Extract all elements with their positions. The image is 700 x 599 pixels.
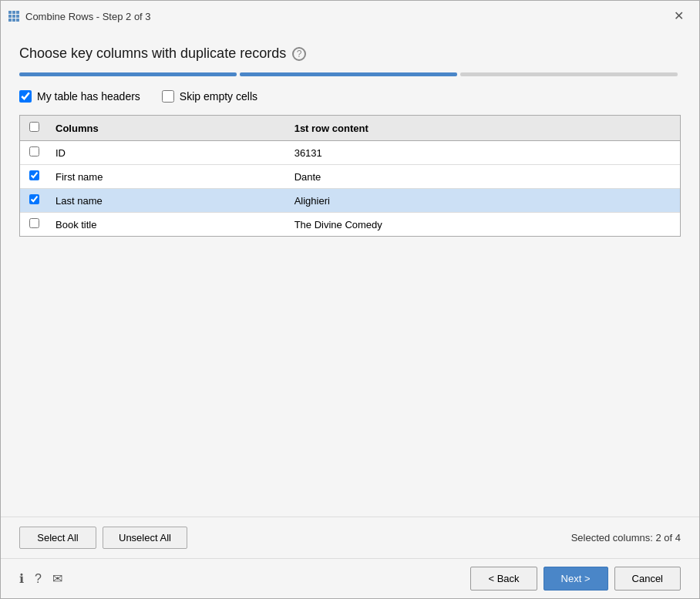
- row-checkbox-cell[interactable]: [20, 189, 48, 213]
- page-heading: Choose key columns with duplicate record…: [19, 45, 286, 62]
- row-column-value: The Divine Comedy: [287, 213, 680, 237]
- title-bar-left: Combine Rows - Step 2 of 3: [8, 11, 151, 22]
- header-checkbox-cell: [20, 116, 48, 141]
- bottom-controls: Select All Unselect All Selected columns…: [1, 517, 699, 558]
- progress-step-3: [460, 72, 678, 76]
- page-title-container: Choose key columns with duplicate record…: [19, 45, 681, 62]
- progress-step-2: [240, 72, 457, 76]
- info-icon[interactable]: ℹ: [19, 571, 24, 586]
- mail-icon[interactable]: ✉: [52, 571, 62, 586]
- row-column-name: Last name: [48, 189, 287, 213]
- row-checkbox[interactable]: [29, 218, 39, 228]
- skip-empty-checkbox[interactable]: [162, 90, 174, 103]
- row-checkbox[interactable]: [29, 194, 39, 204]
- skip-empty-label: Skip empty cells: [180, 90, 257, 103]
- select-all-button[interactable]: Select All: [19, 527, 96, 549]
- skip-empty-option[interactable]: Skip empty cells: [162, 90, 257, 103]
- help-icon[interactable]: ?: [292, 47, 306, 61]
- options-row: My table has headers Skip empty cells: [19, 90, 681, 103]
- dialog: Combine Rows - Step 2 of 3 ✕ Choose key …: [0, 0, 700, 599]
- row-checkbox-cell[interactable]: [20, 141, 48, 165]
- header-checkbox[interactable]: [29, 122, 39, 132]
- footer: ℹ ? ✉ < Back Next > Cancel: [1, 558, 699, 598]
- cancel-button[interactable]: Cancel: [614, 567, 681, 591]
- selected-info: Selected columns: 2 of 4: [571, 532, 681, 543]
- progress-step-1: [19, 72, 237, 76]
- table-body: ID36131First nameDanteLast nameAlighieri…: [20, 141, 680, 237]
- row-checkbox[interactable]: [29, 170, 39, 180]
- columns-table-container: Columns 1st row content ID36131First nam…: [19, 115, 681, 237]
- main-content: Choose key columns with duplicate record…: [1, 30, 699, 517]
- columns-table: Columns 1st row content ID36131First nam…: [20, 116, 680, 236]
- row-checkbox-cell[interactable]: [20, 213, 48, 237]
- progress-bar: [19, 72, 681, 76]
- table-header-row: Columns 1st row content: [20, 116, 680, 141]
- back-button[interactable]: < Back: [470, 567, 537, 591]
- row-column-name: ID: [48, 141, 287, 165]
- row-column-name: Book title: [48, 213, 287, 237]
- col2-header: 1st row content: [287, 116, 680, 141]
- col1-header: Columns: [48, 116, 287, 141]
- table-row: First nameDante: [20, 165, 680, 189]
- footer-icons: ℹ ? ✉: [19, 571, 62, 586]
- headers-label: My table has headers: [37, 90, 140, 103]
- row-column-value: 36131: [287, 141, 680, 165]
- footer-nav: < Back Next > Cancel: [470, 567, 681, 591]
- table-row: Book titleThe Divine Comedy: [20, 213, 680, 237]
- row-checkbox[interactable]: [29, 146, 39, 156]
- headers-checkbox[interactable]: [19, 90, 32, 103]
- app-icon: [8, 11, 19, 22]
- headers-option[interactable]: My table has headers: [19, 90, 140, 103]
- row-column-value: Alighieri: [287, 189, 680, 213]
- title-bar: Combine Rows - Step 2 of 3 ✕: [1, 1, 699, 30]
- row-column-value: Dante: [287, 165, 680, 189]
- unselect-all-button[interactable]: Unselect All: [103, 527, 187, 549]
- row-checkbox-cell[interactable]: [20, 165, 48, 189]
- table-row: ID36131: [20, 141, 680, 165]
- help-footer-icon[interactable]: ?: [35, 572, 42, 586]
- window-title: Combine Rows - Step 2 of 3: [25, 11, 151, 22]
- close-button[interactable]: ✕: [669, 8, 688, 24]
- table-row: Last nameAlighieri: [20, 189, 680, 213]
- row-column-name: First name: [48, 165, 287, 189]
- next-button[interactable]: Next >: [544, 567, 608, 591]
